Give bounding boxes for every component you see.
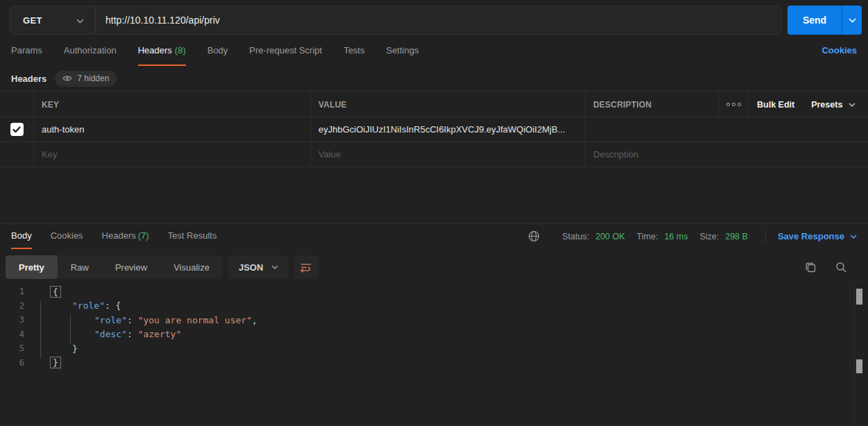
globe-icon	[528, 230, 540, 242]
response-headers-count: (7)	[138, 230, 149, 241]
tab-headers[interactable]: Headers(8)	[138, 42, 186, 66]
empty-area	[0, 167, 868, 223]
tab-settings[interactable]: Settings	[386, 42, 418, 65]
description-column-header: DESCRIPTION	[585, 92, 718, 117]
code-line: 3"role": "you are normal user",	[0, 313, 868, 327]
chevron-down-icon	[849, 18, 856, 23]
method-value: GET	[23, 15, 42, 26]
response-tab-cookies[interactable]: Cookies	[51, 230, 83, 248]
url-input[interactable]: http://10.10.11.120/api/priv	[96, 6, 781, 34]
tab-params[interactable]: Params	[11, 42, 42, 65]
url-group: GET http://10.10.11.120/api/priv	[10, 6, 782, 35]
new-key-field[interactable]: Key	[33, 142, 310, 167]
hidden-headers-toggle[interactable]: 7 hidden	[55, 71, 117, 87]
indent-guide	[40, 301, 41, 358]
row-checkbox[interactable]	[10, 123, 24, 136]
send-options-button[interactable]	[842, 6, 862, 35]
copy-icon	[805, 262, 817, 273]
save-response-dropdown[interactable]: Save Response	[778, 231, 857, 241]
view-pretty[interactable]: Pretty	[6, 255, 58, 279]
send-button[interactable]: Send	[788, 6, 862, 35]
cookies-link[interactable]: Cookies	[822, 42, 857, 56]
header-row-auth-token: auth-token eyJhbGciOiJIUzI1NiIsInR5cCI6I…	[0, 117, 868, 142]
request-bar: GET http://10.10.11.120/api/priv Send	[10, 6, 862, 35]
checkbox-column-header	[0, 92, 33, 117]
tab-body[interactable]: Body	[207, 42, 228, 65]
language-dropdown[interactable]: JSON	[228, 255, 289, 279]
search-icon	[835, 262, 847, 273]
tab-pre-request-script[interactable]: Pre-request Script	[249, 42, 322, 65]
size-value: 298 B	[725, 232, 748, 241]
chevron-down-icon	[76, 15, 84, 26]
table-header-row: KEY VALUE DESCRIPTION Bulk Edit Presets	[0, 92, 868, 117]
scrollbar-thumb[interactable]	[856, 359, 862, 373]
line-number: 3	[0, 315, 33, 325]
view-raw[interactable]: Raw	[58, 255, 102, 279]
new-description-field[interactable]: Description	[585, 142, 718, 167]
chevron-down-icon	[849, 103, 856, 107]
response-tab-headers[interactable]: Headers(7)	[102, 230, 149, 248]
headers-subheader: Headers 7 hidden	[0, 66, 868, 91]
indent-guide	[70, 315, 71, 343]
code-line: 5}	[0, 341, 868, 356]
header-description-field[interactable]	[585, 117, 718, 142]
eye-icon	[62, 75, 72, 82]
response-tab-body[interactable]: Body	[11, 230, 32, 249]
presets-dropdown[interactable]: Presets	[811, 100, 856, 110]
time-label: Time:	[637, 232, 658, 241]
time-value: 16 ms	[664, 232, 688, 241]
tab-authorization[interactable]: Authorization	[64, 42, 117, 65]
table-controls: Bulk Edit Presets	[718, 92, 868, 117]
chevron-down-icon	[850, 235, 857, 239]
code-line: 6}	[0, 356, 868, 370]
wrap-text-icon	[300, 262, 312, 273]
response-body-viewer[interactable]: 1{2"role": {3"role": "you are normal use…	[0, 284, 868, 426]
method-select[interactable]: GET	[10, 6, 96, 34]
view-mode-group: Pretty Raw Preview Visualize	[6, 255, 223, 279]
status-value: 200 OK	[595, 232, 624, 241]
search-button[interactable]	[835, 262, 847, 273]
scrollbar-track[interactable]	[854, 284, 868, 426]
empty-header-row: Key Value Description	[0, 142, 868, 167]
request-tabs: Params Authorization Headers(8) Body Pre…	[0, 42, 868, 66]
check-icon	[12, 126, 21, 133]
code-line: 4"desc": "azerty"	[0, 327, 868, 342]
key-column-header: KEY	[33, 92, 310, 117]
line-number: 4	[0, 330, 33, 339]
response-tab-test-results[interactable]: Test Results	[168, 230, 217, 248]
response-view-bar: Pretty Raw Preview Visualize JSON	[0, 255, 868, 279]
headers-count: (8)	[175, 45, 186, 56]
line-number: 2	[0, 301, 33, 311]
line-number: 5	[0, 343, 33, 353]
send-label[interactable]: Send	[788, 6, 842, 35]
bulk-edit-button[interactable]: Bulk Edit	[757, 100, 794, 110]
view-preview[interactable]: Preview	[102, 255, 160, 279]
code-line: 1{	[0, 284, 868, 299]
response-meta: Status: 200 OK Time: 16 ms Size: 298 B S…	[528, 230, 857, 248]
size-label: Size:	[699, 232, 719, 241]
header-value-field[interactable]: eyJhbGciOiJIUzI1NiIsInR5cCI6IkpXVCJ9.eyJ…	[310, 117, 585, 142]
code-line: 2"role": {	[0, 299, 868, 314]
line-number: 6	[0, 358, 33, 368]
headers-table: KEY VALUE DESCRIPTION Bulk Edit Presets …	[0, 91, 868, 167]
chevron-down-icon	[271, 265, 278, 269]
fold-marker[interactable]: {	[50, 286, 61, 298]
code-lines: 1{2"role": {3"role": "you are normal use…	[0, 284, 868, 370]
value-column-header: VALUE	[310, 92, 585, 117]
fold-marker[interactable]: }	[50, 357, 61, 368]
header-key-field[interactable]: auth-token	[33, 117, 310, 142]
response-tabs: Body Cookies Headers(7) Test Results Sta…	[0, 223, 868, 246]
copy-button[interactable]	[805, 262, 817, 273]
wrap-text-button[interactable]	[294, 255, 318, 279]
scrollbar-thumb[interactable]	[856, 289, 862, 305]
new-value-field[interactable]: Value	[310, 142, 585, 167]
more-options-icon[interactable]	[719, 103, 748, 106]
headers-title: Headers	[11, 74, 46, 84]
tab-tests[interactable]: Tests	[343, 42, 364, 65]
view-visualize[interactable]: Visualize	[160, 255, 223, 279]
line-number: 1	[0, 287, 33, 296]
status-label: Status:	[562, 232, 589, 241]
hidden-headers-label: 7 hidden	[77, 74, 109, 83]
